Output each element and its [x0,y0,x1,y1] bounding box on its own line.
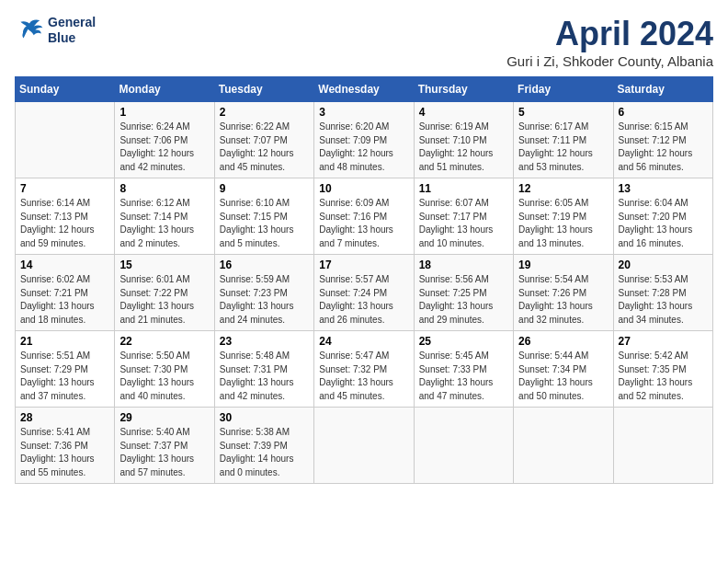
day-info: Sunrise: 5:44 AM Sunset: 7:34 PM Dayligh… [518,350,608,403]
day-number: 23 [220,335,309,348]
day-number: 26 [518,335,608,348]
day-info: Sunrise: 5:54 AM Sunset: 7:26 PM Dayligh… [518,273,608,327]
week-row-2: 7Sunrise: 6:14 AM Sunset: 7:13 PM Daylig… [16,178,713,255]
day-info: Sunrise: 5:38 AM Sunset: 7:39 PM Dayligh… [220,426,309,479]
day-number: 15 [119,259,209,271]
calendar-cell: 16Sunrise: 5:59 AM Sunset: 7:23 PM Dayli… [214,255,313,331]
day-number: 7 [20,182,109,195]
calendar-cell: 21Sunrise: 5:51 AM Sunset: 7:29 PM Dayli… [16,331,115,408]
calendar-cell: 2Sunrise: 6:22 AM Sunset: 7:07 PM Daylig… [214,102,313,178]
day-number: 10 [319,182,408,195]
calendar-cell: 10Sunrise: 6:09 AM Sunset: 7:16 PM Dayli… [314,178,414,255]
calendar-cell: 20Sunrise: 5:53 AM Sunset: 7:28 PM Dayli… [613,255,712,331]
calendar-cell: 8Sunrise: 6:12 AM Sunset: 7:14 PM Daylig… [115,178,214,255]
calendar-cell: 22Sunrise: 5:50 AM Sunset: 7:30 PM Dayli… [115,331,214,408]
day-info: Sunrise: 6:12 AM Sunset: 7:14 PM Dayligh… [119,197,209,250]
weekday-header-sunday: Sunday [16,77,115,102]
day-number: 27 [619,335,708,348]
day-number: 22 [119,335,209,348]
calendar-cell: 24Sunrise: 5:47 AM Sunset: 7:32 PM Dayli… [314,331,414,408]
day-number: 17 [319,259,408,271]
day-info: Sunrise: 6:22 AM Sunset: 7:07 PM Dayligh… [220,121,309,174]
week-row-5: 28Sunrise: 5:41 AM Sunset: 7:36 PM Dayli… [16,408,713,484]
day-info: Sunrise: 6:01 AM Sunset: 7:22 PM Dayligh… [119,273,209,327]
weekday-header-saturday: Saturday [613,77,712,102]
calendar-cell: 1Sunrise: 6:24 AM Sunset: 7:06 PM Daylig… [115,102,214,178]
calendar-cell: 4Sunrise: 6:19 AM Sunset: 7:10 PM Daylig… [414,102,513,178]
calendar-table: SundayMondayTuesdayWednesdayThursdayFrid… [15,76,713,484]
day-number: 18 [419,259,508,271]
calendar-cell: 3Sunrise: 6:20 AM Sunset: 7:09 PM Daylig… [314,102,414,178]
calendar-cell: 17Sunrise: 5:57 AM Sunset: 7:24 PM Dayli… [314,255,414,331]
day-info: Sunrise: 6:14 AM Sunset: 7:13 PM Dayligh… [20,197,109,250]
weekday-header-row: SundayMondayTuesdayWednesdayThursdayFrid… [16,77,713,102]
day-number: 2 [220,106,309,119]
day-info: Sunrise: 5:50 AM Sunset: 7:30 PM Dayligh… [119,350,209,403]
calendar-cell: 7Sunrise: 6:14 AM Sunset: 7:13 PM Daylig… [16,178,115,255]
calendar-cell [414,408,513,484]
day-info: Sunrise: 5:41 AM Sunset: 7:36 PM Dayligh… [20,426,109,479]
title-area: April 2024 Guri i Zi, Shkoder County, Al… [506,15,713,69]
calendar-cell: 19Sunrise: 5:54 AM Sunset: 7:26 PM Dayli… [514,255,613,331]
calendar-cell: 26Sunrise: 5:44 AM Sunset: 7:34 PM Dayli… [514,331,613,408]
day-number: 9 [220,182,309,195]
calendar-cell: 13Sunrise: 6:04 AM Sunset: 7:20 PM Dayli… [613,178,712,255]
day-info: Sunrise: 6:10 AM Sunset: 7:15 PM Dayligh… [220,197,309,250]
day-number: 13 [619,182,708,195]
weekday-header-wednesday: Wednesday [314,77,414,102]
day-info: Sunrise: 6:19 AM Sunset: 7:10 PM Dayligh… [419,121,508,174]
day-info: Sunrise: 5:42 AM Sunset: 7:35 PM Dayligh… [619,350,708,403]
calendar-cell: 12Sunrise: 6:05 AM Sunset: 7:19 PM Dayli… [514,178,613,255]
day-number: 16 [220,259,309,271]
day-info: Sunrise: 5:45 AM Sunset: 7:33 PM Dayligh… [419,350,508,403]
logo-text: General Blue [48,15,96,46]
day-number: 5 [518,106,608,119]
logo-icon [15,17,44,43]
day-info: Sunrise: 6:15 AM Sunset: 7:12 PM Dayligh… [619,121,708,174]
calendar-cell [613,408,712,484]
day-number: 21 [20,335,109,348]
weekday-header-tuesday: Tuesday [214,77,313,102]
calendar-cell [514,408,613,484]
day-info: Sunrise: 5:48 AM Sunset: 7:31 PM Dayligh… [220,350,309,403]
day-info: Sunrise: 5:59 AM Sunset: 7:23 PM Dayligh… [220,273,309,327]
day-number: 30 [220,411,309,424]
calendar-header: General Blue April 2024 Guri i Zi, Shkod… [15,15,713,69]
day-number: 14 [20,259,109,271]
day-number: 6 [619,106,708,119]
week-row-1: 1Sunrise: 6:24 AM Sunset: 7:06 PM Daylig… [16,102,713,178]
calendar-cell: 23Sunrise: 5:48 AM Sunset: 7:31 PM Dayli… [214,331,313,408]
calendar-subtitle: Guri i Zi, Shkoder County, Albania [506,53,713,69]
calendar-cell: 30Sunrise: 5:38 AM Sunset: 7:39 PM Dayli… [214,408,313,484]
weekday-header-friday: Friday [514,77,613,102]
calendar-cell [314,408,414,484]
calendar-cell: 6Sunrise: 6:15 AM Sunset: 7:12 PM Daylig… [613,102,712,178]
weekday-header-monday: Monday [115,77,214,102]
day-number: 11 [419,182,508,195]
weekday-header-thursday: Thursday [414,77,513,102]
calendar-cell: 5Sunrise: 6:17 AM Sunset: 7:11 PM Daylig… [514,102,613,178]
day-info: Sunrise: 6:09 AM Sunset: 7:16 PM Dayligh… [319,197,408,250]
day-number: 8 [119,182,209,195]
day-info: Sunrise: 6:05 AM Sunset: 7:19 PM Dayligh… [518,197,608,250]
day-number: 1 [119,106,209,119]
day-number: 24 [319,335,408,348]
day-number: 4 [419,106,508,119]
day-info: Sunrise: 6:24 AM Sunset: 7:06 PM Dayligh… [119,121,209,174]
calendar-cell: 29Sunrise: 5:40 AM Sunset: 7:37 PM Dayli… [115,408,214,484]
week-row-3: 14Sunrise: 6:02 AM Sunset: 7:21 PM Dayli… [16,255,713,331]
calendar-cell: 27Sunrise: 5:42 AM Sunset: 7:35 PM Dayli… [613,331,712,408]
week-row-4: 21Sunrise: 5:51 AM Sunset: 7:29 PM Dayli… [16,331,713,408]
day-number: 19 [518,259,608,271]
day-info: Sunrise: 6:20 AM Sunset: 7:09 PM Dayligh… [319,121,408,174]
calendar-cell: 15Sunrise: 6:01 AM Sunset: 7:22 PM Dayli… [115,255,214,331]
day-number: 29 [119,411,209,424]
day-info: Sunrise: 5:56 AM Sunset: 7:25 PM Dayligh… [419,273,508,327]
day-number: 3 [319,106,408,119]
calendar-cell: 14Sunrise: 6:02 AM Sunset: 7:21 PM Dayli… [16,255,115,331]
day-info: Sunrise: 6:07 AM Sunset: 7:17 PM Dayligh… [419,197,508,250]
day-info: Sunrise: 5:47 AM Sunset: 7:32 PM Dayligh… [319,350,408,403]
calendar-cell [16,102,115,178]
calendar-cell: 9Sunrise: 6:10 AM Sunset: 7:15 PM Daylig… [214,178,313,255]
calendar-cell: 11Sunrise: 6:07 AM Sunset: 7:17 PM Dayli… [414,178,513,255]
